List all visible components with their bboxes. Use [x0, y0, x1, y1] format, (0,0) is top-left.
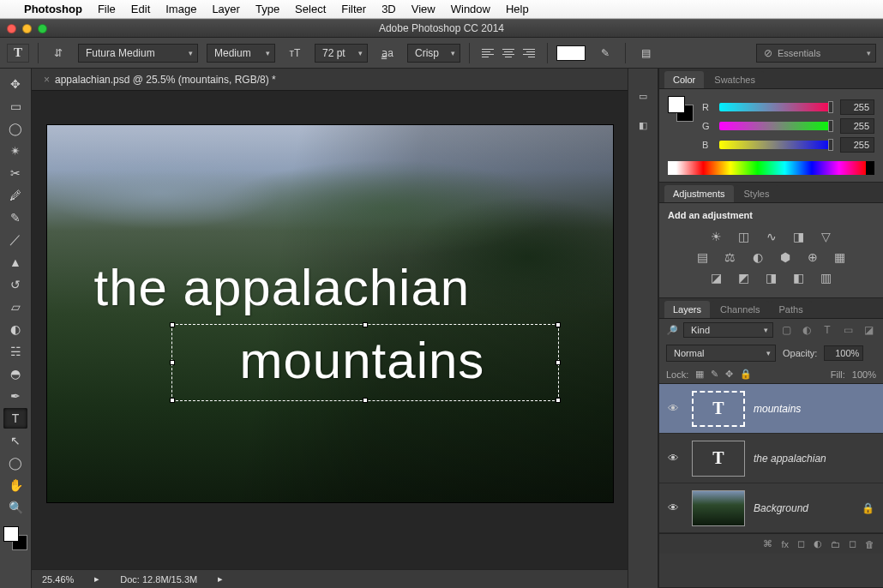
visibility-toggle-icon[interactable]: 👁: [668, 501, 683, 514]
color-lookup-icon[interactable]: ▦: [832, 249, 849, 265]
green-value[interactable]: 255: [840, 118, 874, 134]
filter-type-icon[interactable]: T: [820, 323, 835, 337]
menu-filter[interactable]: Filter: [341, 3, 366, 15]
pen-tool[interactable]: ✒: [3, 386, 27, 406]
vibrance-icon[interactable]: ▽: [818, 229, 835, 244]
red-slider[interactable]: [719, 103, 833, 111]
color-tab[interactable]: Color: [664, 71, 704, 88]
blue-value[interactable]: 255: [840, 137, 874, 153]
path-selection-tool[interactable]: ↖: [3, 430, 27, 451]
channels-tab[interactable]: Channels: [712, 301, 768, 318]
visibility-toggle-icon[interactable]: 👁: [668, 402, 683, 415]
document-tab[interactable]: appalachian.psd @ 25.5% (mountains, RGB/…: [55, 74, 276, 86]
channel-mixer-icon[interactable]: ⊕: [804, 249, 821, 265]
menu-layer[interactable]: Layer: [212, 3, 240, 15]
layer-name[interactable]: Background: [754, 502, 853, 514]
font-style-dropdown[interactable]: Medium: [207, 44, 275, 63]
zoom-tool[interactable]: 🔍: [3, 497, 27, 518]
menu-help[interactable]: Help: [506, 3, 529, 15]
brightness-contrast-icon[interactable]: ☀: [708, 229, 725, 244]
move-tool[interactable]: ✥: [3, 74, 27, 94]
magic-wand-tool[interactable]: ✴: [3, 141, 27, 161]
menu-edit[interactable]: Edit: [131, 3, 150, 15]
visibility-toggle-icon[interactable]: 👁: [668, 452, 683, 465]
exposure-icon[interactable]: ◨: [790, 229, 808, 244]
link-layers-icon[interactable]: ⌘: [763, 538, 772, 549]
fill-value[interactable]: 100%: [852, 369, 876, 380]
brush-tool[interactable]: ／: [3, 230, 27, 250]
posterize-icon[interactable]: ◩: [736, 270, 753, 285]
layer-mask-icon[interactable]: ◻: [797, 538, 805, 549]
layer-thumbnail[interactable]: [692, 490, 745, 526]
type-tool[interactable]: T: [3, 408, 27, 429]
menu-file[interactable]: File: [98, 3, 116, 15]
styles-tab[interactable]: Styles: [736, 185, 778, 202]
layer-row[interactable]: 👁 Background 🔒: [659, 483, 883, 533]
layer-style-icon[interactable]: fx: [781, 539, 789, 549]
adjustments-tab[interactable]: Adjustments: [664, 185, 734, 202]
invert-icon[interactable]: ◪: [708, 270, 725, 285]
layer-row[interactable]: 👁 T the appalachian: [659, 434, 883, 483]
font-family-dropdown[interactable]: Futura Medium: [78, 44, 198, 63]
text-transform-box[interactable]: [171, 324, 559, 401]
type-tool-preset-icon[interactable]: T: [7, 44, 29, 63]
color-balance-icon[interactable]: ⚖: [722, 249, 739, 265]
photo-filter-icon[interactable]: ⬢: [777, 249, 794, 265]
layer-thumbnail[interactable]: T: [692, 391, 745, 427]
menu-3d[interactable]: 3D: [381, 3, 396, 15]
swatches-tab[interactable]: Swatches: [706, 71, 764, 88]
workspace-switcher[interactable]: Essentials: [756, 44, 876, 63]
new-group-icon[interactable]: 🗀: [831, 539, 840, 549]
align-center-button[interactable]: [499, 45, 518, 62]
delete-layer-icon[interactable]: 🗑: [865, 539, 874, 549]
layer-name[interactable]: the appalachian: [754, 453, 874, 465]
eraser-tool[interactable]: ▱: [3, 297, 27, 317]
font-size-dropdown[interactable]: 72 pt: [315, 44, 368, 63]
curves-icon[interactable]: ∿: [763, 229, 780, 244]
selective-color-icon[interactable]: ▥: [818, 270, 835, 285]
history-panel-icon[interactable]: ▭: [634, 87, 652, 105]
layer-thumbnail[interactable]: T: [692, 441, 745, 477]
lock-image-icon[interactable]: ✎: [711, 369, 718, 380]
zoom-level[interactable]: 25.46%: [42, 574, 74, 585]
threshold-icon[interactable]: ◨: [763, 270, 780, 285]
menu-window[interactable]: Window: [451, 3, 490, 15]
menu-image[interactable]: Image: [165, 3, 196, 15]
blur-tool[interactable]: ☵: [3, 341, 27, 362]
color-spectrum[interactable]: [668, 161, 874, 175]
eyedropper-tool[interactable]: 🖉: [3, 185, 27, 206]
lock-transparent-icon[interactable]: ▦: [695, 369, 704, 380]
lock-all-icon[interactable]: 🔒: [740, 369, 752, 380]
window-zoom-button[interactable]: [38, 24, 47, 33]
warp-text-icon[interactable]: ✎: [594, 44, 616, 63]
text-color-swatch[interactable]: [556, 45, 586, 61]
document-canvas[interactable]: the appalachian mountains: [47, 125, 613, 502]
shape-tool[interactable]: ◯: [3, 453, 27, 473]
history-brush-tool[interactable]: ↺: [3, 274, 27, 295]
blend-mode-dropdown[interactable]: Normal: [666, 345, 776, 362]
clone-stamp-tool[interactable]: ▲: [3, 252, 27, 273]
align-right-button[interactable]: [520, 45, 538, 62]
hue-saturation-icon[interactable]: ▤: [694, 249, 712, 265]
menu-type[interactable]: Type: [255, 3, 279, 15]
text-orientation-icon[interactable]: ⇵: [47, 44, 69, 63]
paths-tab[interactable]: Paths: [771, 301, 812, 318]
filter-adjustment-icon[interactable]: ◐: [799, 323, 814, 337]
filter-shape-icon[interactable]: ▭: [840, 323, 856, 337]
filter-smartobject-icon[interactable]: ◪: [861, 323, 876, 337]
levels-icon[interactable]: ◫: [736, 229, 753, 244]
foreground-background-colors[interactable]: [3, 526, 27, 550]
opacity-value[interactable]: 100%: [824, 345, 863, 361]
app-name[interactable]: Photoshop: [24, 3, 82, 15]
black-white-icon[interactable]: ◐: [749, 249, 766, 265]
filter-pixel-icon[interactable]: ▢: [778, 323, 794, 337]
lock-position-icon[interactable]: ✥: [725, 369, 733, 380]
new-fill-layer-icon[interactable]: ◐: [814, 538, 822, 549]
window-minimize-button[interactable]: [22, 24, 32, 33]
layers-tab[interactable]: Layers: [664, 301, 710, 318]
healing-brush-tool[interactable]: ✎: [3, 207, 27, 228]
layer-row[interactable]: 👁 T mountains: [659, 384, 883, 434]
layer-filter-dropdown[interactable]: Kind: [683, 322, 773, 338]
crop-tool[interactable]: ✂: [3, 163, 27, 183]
properties-panel-icon[interactable]: ◧: [634, 117, 652, 134]
